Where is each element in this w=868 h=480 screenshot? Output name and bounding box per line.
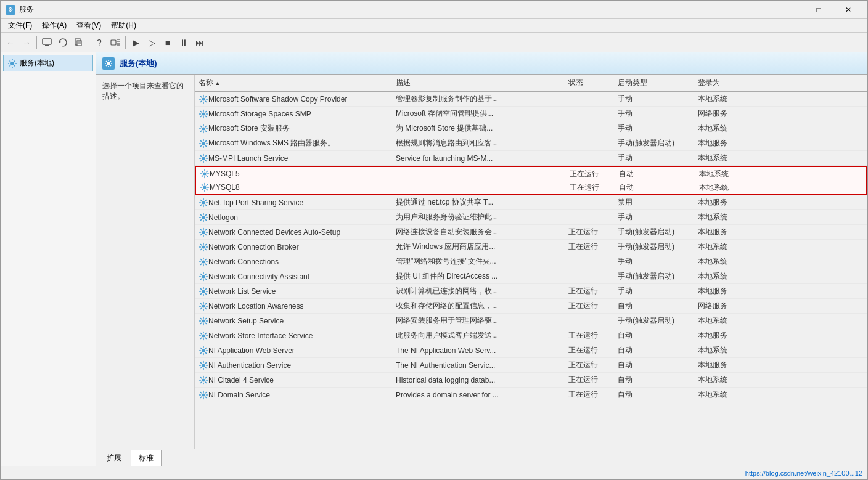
tab-expand[interactable]: 扩展: [99, 450, 129, 466]
service-name-cell: Net.Tcp Port Sharing Service: [195, 197, 392, 209]
table-row[interactable]: MS-MPI Launch Service Service for launch…: [195, 151, 867, 166]
service-desc: Microsoft 存储空间管理提供...: [392, 107, 565, 120]
service-desc: 根据规则将消息路由到相应客...: [392, 137, 565, 150]
back-button[interactable]: ←: [3, 35, 18, 50]
svg-point-20: [203, 186, 207, 189]
service-login: 网络服务: [694, 107, 756, 120]
col-header-desc[interactable]: 描述: [392, 76, 565, 90]
service-status: 正在运行: [565, 240, 614, 253]
service-desc: 允许 Windows 应用商店应用...: [392, 240, 565, 253]
service-name-cell: NI Application Web Server: [195, 344, 392, 357]
table-row[interactable]: Network Connectivity Assistant 提供 UI 组件的…: [195, 269, 867, 284]
table-row[interactable]: Microsoft Storage Spaces SMP Microsoft 存…: [195, 107, 867, 121]
service-name: Microsoft Windows SMS 路由器服务。: [208, 138, 335, 148]
table-row[interactable]: Network List Service 识别计算机已连接的网络，收... 正在…: [195, 284, 867, 299]
col-header-login[interactable]: 登录为: [694, 76, 756, 90]
toolbar-sep-3: [125, 36, 126, 49]
sidebar-item-services[interactable]: 服务(本地): [3, 55, 93, 71]
table-row[interactable]: MYSQL8 正在运行 自动 本地系统: [195, 181, 867, 195]
service-startup: 手动(触发器启动): [614, 270, 694, 283]
svg-point-25: [202, 260, 205, 263]
svg-point-21: [202, 201, 205, 204]
service-status: 正在运行: [565, 299, 614, 312]
service-login: 本地服务: [694, 359, 756, 372]
service-desc: 提供 UI 组件的 DirectAccess ...: [392, 270, 565, 283]
col-header-name[interactable]: 名称: [195, 76, 392, 90]
menu-help[interactable]: 帮助(H): [106, 19, 141, 32]
close-button[interactable]: ✕: [834, 4, 862, 16]
table-row[interactable]: Network Store Interface Service 此服务向用户模式…: [195, 328, 867, 343]
play2-button[interactable]: ▷: [144, 35, 159, 50]
table-row[interactable]: Netlogon 为用户和服务身份验证维护此... 手动 本地系统: [195, 210, 867, 225]
service-name-cell: Network List Service: [195, 285, 392, 298]
play-button[interactable]: ▶: [128, 35, 143, 50]
col-header-status[interactable]: 状态: [565, 76, 614, 90]
svg-point-16: [202, 127, 205, 130]
service-name: Microsoft Store 安装服务: [208, 123, 290, 134]
menu-file[interactable]: 文件(F): [3, 19, 37, 32]
service-name: Net.Tcp Port Sharing Service: [208, 198, 303, 207]
table-row[interactable]: NI Domain Service Provides a domain serv…: [195, 388, 867, 402]
computer-button[interactable]: [39, 35, 54, 50]
service-startup: 手动: [614, 211, 694, 224]
table-row[interactable]: NI Citadel 4 Service Historical data log…: [195, 373, 867, 388]
service-startup: 手动(触发器启动): [614, 137, 694, 150]
service-desc: The NI Application Web Serv...: [392, 345, 565, 356]
table-row[interactable]: Net.Tcp Port Sharing Service 提供通过 net.tc…: [195, 195, 867, 210]
table-row[interactable]: NI Authentication Service The NI Authent…: [195, 358, 867, 373]
export-button[interactable]: [72, 35, 86, 50]
table-row[interactable]: Network Connected Devices Auto-Setup 网络连…: [195, 225, 867, 240]
table-row[interactable]: Microsoft Windows SMS 路由器服务。 根据规则将消息路由到相…: [195, 136, 867, 151]
menu-view[interactable]: 查看(V): [72, 19, 106, 32]
description-panel: 选择一个项目来查看它的描述。: [96, 75, 195, 449]
panel-icon: [102, 57, 115, 70]
svg-point-33: [202, 378, 205, 381]
service-login: 本地系统: [694, 373, 756, 386]
service-name: Microsoft Software Shadow Copy Provider: [208, 95, 347, 104]
service-login: 本地服务: [694, 329, 756, 342]
pause-button[interactable]: ⏸: [176, 35, 191, 50]
service-login: 本地服务: [694, 285, 756, 298]
minimize-button[interactable]: ─: [775, 4, 803, 16]
table-row[interactable]: Microsoft Store 安装服务 为 Microsoft Store 提…: [195, 121, 867, 136]
tab-standard[interactable]: 标准: [131, 450, 162, 466]
help-button[interactable]: ?: [92, 35, 107, 50]
service-name: Network Connection Broker: [208, 243, 299, 251]
service-name-cell: Network Setup Service: [195, 315, 392, 327]
table-row[interactable]: NI Application Web Server The NI Applica…: [195, 343, 867, 358]
menu-action[interactable]: 操作(A): [37, 19, 72, 32]
table-row[interactable]: Network Connections 管理"网络和拨号连接"文件夹... 手动…: [195, 254, 867, 269]
restart-button[interactable]: ⏭: [192, 35, 207, 50]
service-name: Network Setup Service: [208, 317, 284, 325]
service-startup: 手动: [614, 255, 694, 268]
table-row[interactable]: MYSQL5 正在运行 自动 本地系统: [195, 166, 867, 181]
service-status: [565, 320, 614, 322]
service-status: [565, 128, 614, 130]
service-login: 本地系统: [694, 344, 756, 357]
forward-button[interactable]: →: [19, 35, 34, 50]
col-header-startup[interactable]: 启动类型: [614, 76, 694, 90]
service-desc: 收集和存储网络的配置信息，...: [392, 299, 565, 312]
service-startup: 自动: [614, 373, 694, 386]
table-row[interactable]: Network Setup Service 网络安装服务用于管理网络驱... 手…: [195, 314, 867, 328]
service-login: 本地系统: [695, 168, 757, 181]
svg-point-17: [202, 142, 205, 145]
main-container: 服务(本地) 服务(本地) 选择一个项目来查看它的描述。: [1, 52, 867, 466]
maximize-button[interactable]: □: [805, 4, 833, 16]
service-name: MYSQL5: [210, 169, 240, 178]
service-login: 本地系统: [694, 211, 756, 224]
table-row[interactable]: Microsoft Software Shadow Copy Provider …: [195, 92, 867, 107]
svg-rect-0: [43, 39, 51, 44]
properties-button[interactable]: [108, 35, 123, 50]
service-desc: 提供通过 net.tcp 协议共享 T...: [392, 196, 565, 209]
svg-point-29: [202, 319, 205, 322]
refresh-button[interactable]: [55, 35, 70, 50]
service-status: [565, 113, 614, 115]
toolbar-sep-1: [36, 36, 37, 49]
service-desc: The NI Authentication Servic...: [392, 360, 565, 371]
service-startup: 手动: [614, 285, 694, 298]
table-row[interactable]: Network Location Awareness 收集和存储网络的配置信息，…: [195, 299, 867, 314]
table-row[interactable]: Network Connection Broker 允许 Windows 应用商…: [195, 240, 867, 254]
stop-button[interactable]: ■: [160, 35, 175, 50]
service-status: 正在运行: [565, 329, 614, 342]
